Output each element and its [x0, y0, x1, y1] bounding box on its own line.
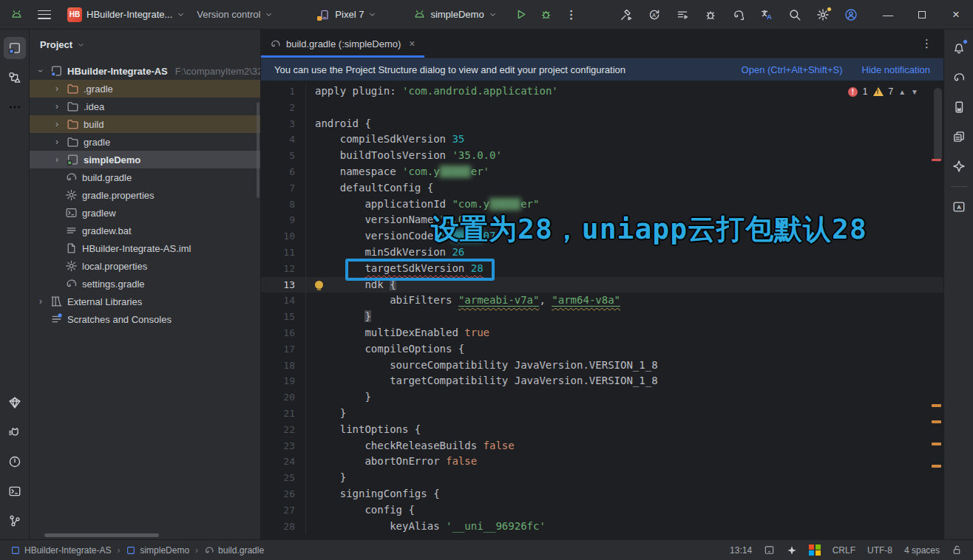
- code-line-3[interactable]: 3android {: [261, 116, 943, 132]
- code-line-15[interactable]: 15 }: [261, 309, 943, 325]
- line-number[interactable]: 8: [261, 197, 305, 213]
- running-devices-icon[interactable]: A: [948, 196, 970, 218]
- line-number[interactable]: 19: [261, 373, 305, 389]
- line-number[interactable]: 10: [261, 228, 305, 245]
- tree-item-gradlew[interactable]: gradlew: [30, 204, 260, 222]
- cursor-position[interactable]: 13:14: [730, 545, 752, 556]
- chevron-right-icon[interactable]: ›: [52, 83, 62, 94]
- code-editor[interactable]: 1apply plugin: 'com.android.application'…: [261, 81, 943, 539]
- code-line-2[interactable]: 2: [261, 100, 943, 116]
- tree-item-local.properties[interactable]: local.properties: [30, 257, 260, 275]
- code-line-22[interactable]: 22 lintOptions {: [261, 422, 943, 438]
- line-number[interactable]: 12: [261, 261, 305, 277]
- account-icon[interactable]: [838, 4, 864, 26]
- line-number[interactable]: 26: [261, 486, 305, 502]
- hide-notification-link[interactable]: Hide notification: [862, 64, 931, 75]
- warning-stripe-mark[interactable]: [932, 465, 941, 468]
- line-number[interactable]: 28: [261, 519, 305, 535]
- line-number[interactable]: 21: [261, 406, 305, 422]
- tree-item-settings.gradle[interactable]: settings.gradle: [30, 275, 260, 293]
- chevron-right-icon[interactable]: ›: [52, 119, 62, 129]
- code-line-9[interactable]: 9 versionName "3.0.1": [261, 212, 943, 228]
- tab-close-icon[interactable]: ×: [409, 38, 415, 49]
- chevron-right-icon[interactable]: ›: [52, 154, 62, 165]
- tab-options-icon[interactable]: ⋮: [921, 37, 933, 50]
- code-line-4[interactable]: 4 compileSdkVersion 35: [261, 132, 943, 148]
- breadcrumb-HBuilder-Integrate-AS[interactable]: HBuilder-Integrate-AS: [10, 545, 111, 556]
- tree-item-HBuilder-Integrate-AS[interactable]: ›HBuilder-Integrate-ASF:\companyItem2\32: [30, 62, 260, 80]
- tree-item-gradle.properties[interactable]: gradle.properties: [30, 186, 260, 204]
- prev-problem-icon[interactable]: ▲: [898, 88, 906, 96]
- line-number[interactable]: 6: [261, 164, 305, 180]
- minimize-button[interactable]: —: [871, 0, 905, 30]
- code-line-25[interactable]: 25 }: [261, 470, 943, 486]
- tree-item-.gradle[interactable]: ›.gradle: [30, 80, 260, 98]
- hammer-run-icon[interactable]: [614, 4, 639, 26]
- editor-scrollbar[interactable]: [934, 88, 942, 162]
- chevron-right-icon[interactable]: ›: [52, 137, 62, 147]
- run-configuration-selector[interactable]: simpleDemo: [407, 4, 502, 26]
- code-line-6[interactable]: 6 namespace 'com.y█████er': [261, 164, 943, 180]
- inspections-widget[interactable]: !17▲▼: [848, 86, 918, 97]
- project-panel-header[interactable]: Project: [30, 30, 260, 59]
- line-number[interactable]: 16: [261, 325, 305, 341]
- breadcrumb-build.gradle[interactable]: build.gradle: [204, 545, 264, 556]
- code-line-28[interactable]: 28 keyAlias '__uni__96926fc': [261, 519, 943, 535]
- line-number[interactable]: 20: [261, 389, 305, 406]
- code-line-19[interactable]: 19 targetCompatibility JavaVersion.VERSI…: [261, 373, 943, 389]
- line-number[interactable]: 3: [261, 116, 305, 132]
- main-menu-icon[interactable]: [38, 10, 51, 19]
- device-selector[interactable]: Pixel 7: [313, 4, 382, 26]
- problems-icon[interactable]: [4, 451, 26, 473]
- line-number[interactable]: 18: [261, 358, 305, 374]
- code-line-21[interactable]: 21 }: [261, 406, 943, 422]
- run-button[interactable]: [509, 4, 534, 26]
- line-ending-selector[interactable]: CRLF: [833, 545, 855, 556]
- code-line-26[interactable]: 26 signingConfigs {: [261, 486, 943, 502]
- code-line-5[interactable]: 5 buildToolsVersion '35.0.0': [261, 148, 943, 164]
- chevron-down-icon[interactable]: ›: [35, 66, 46, 76]
- attach-debugger-icon[interactable]: [698, 4, 723, 26]
- line-number[interactable]: 24: [261, 454, 305, 470]
- tree-item-Scratches-and-Consoles[interactable]: Scratches and Consoles: [30, 310, 260, 328]
- line-number[interactable]: 23: [261, 438, 305, 454]
- line-number[interactable]: 5: [261, 148, 305, 164]
- code-line-27[interactable]: 27 config {: [261, 502, 943, 519]
- version-control-menu[interactable]: Version control: [191, 4, 279, 26]
- git-icon[interactable]: [4, 510, 26, 532]
- quality-icon[interactable]: [4, 392, 26, 414]
- line-number[interactable]: 17: [261, 341, 305, 358]
- apply-code-changes-icon[interactable]: [670, 4, 695, 26]
- project-scrollbar-vertical[interactable]: [257, 102, 260, 198]
- gradle-sync-icon[interactable]: [726, 4, 751, 26]
- line-number[interactable]: 9: [261, 212, 305, 228]
- gradle-icon[interactable]: [948, 66, 970, 89]
- more-icon[interactable]: [4, 96, 26, 118]
- code-line-16[interactable]: 16 multiDexEnabled true: [261, 325, 943, 341]
- line-number[interactable]: 1: [261, 83, 305, 100]
- more-actions-icon[interactable]: ⋮: [559, 4, 584, 26]
- logcat-icon[interactable]: [4, 421, 26, 443]
- tab-build-gradle[interactable]: build.gradle (:simpleDemo) ×: [261, 30, 424, 58]
- close-button[interactable]: ×: [939, 0, 973, 30]
- tree-item-gradlew.bat[interactable]: gradlew.bat: [30, 222, 260, 239]
- tree-item-HBuilder-Integrate-AS.iml[interactable]: HBuilder-Integrate-AS.iml: [30, 239, 260, 257]
- warning-stripe-mark[interactable]: [932, 443, 941, 445]
- code-line-12[interactable]: 12 targetSdkVersion 28: [261, 261, 943, 277]
- tree-item-.idea[interactable]: ›.idea: [30, 98, 260, 115]
- code-line-10[interactable]: 10 versionCode 17█████07: [261, 228, 943, 245]
- search-icon[interactable]: [782, 4, 807, 26]
- gemini-icon[interactable]: [948, 155, 970, 177]
- lightbulb-icon[interactable]: [315, 281, 323, 289]
- code-line-11[interactable]: 11 minSdkVersion 26: [261, 245, 943, 261]
- tree-item-build.gradle[interactable]: build.gradle: [30, 168, 260, 186]
- tree-item-External-Libraries[interactable]: ›External Libraries: [30, 293, 260, 310]
- project-switcher[interactable]: HB HBuilder-Integrate...: [61, 4, 191, 26]
- device-explorer-icon[interactable]: [948, 126, 970, 148]
- device-manager-icon[interactable]: [948, 96, 970, 118]
- warning-stripe-mark[interactable]: [932, 404, 941, 407]
- debug-button[interactable]: [534, 4, 559, 26]
- next-problem-icon[interactable]: ▼: [911, 88, 918, 96]
- line-number[interactable]: 14: [261, 293, 305, 309]
- code-line-17[interactable]: 17 compileOptions {: [261, 341, 943, 358]
